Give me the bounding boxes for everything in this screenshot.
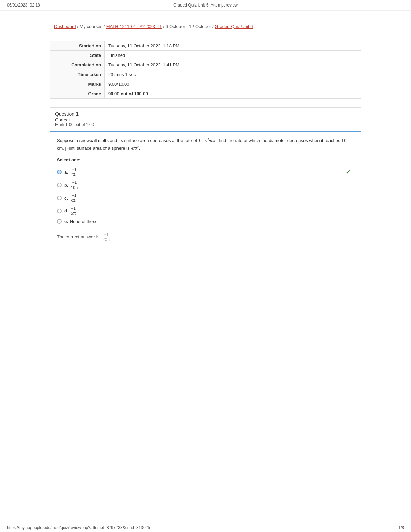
top-bar: 06/01/2023, 02:18 Graded Quiz Unit 6: At… (0, 0, 411, 11)
option-c[interactable]: c. −130π (57, 191, 354, 205)
option-b-key: b. (64, 183, 68, 188)
question-block: Question 1 Correct Mark 1.00 out of 1.00… (50, 107, 361, 248)
footer-url: https://my.uopeople.edu/mod/quiz/reviewp… (7, 525, 150, 530)
options-list: a. −120π ✓ b. −110π c. (57, 166, 354, 225)
option-e-key: e. (64, 219, 68, 224)
page-title: Graded Quiz Unit 6: Attempt review (173, 3, 238, 8)
option-a-radio[interactable] (57, 170, 62, 174)
option-b-value: −110π (70, 180, 79, 190)
started-on-label: Started on (50, 41, 105, 51)
breadcrumb-sep1: / My courses / (76, 24, 106, 29)
correct-answer-fraction: −1 20π (102, 232, 111, 243)
correct-checkmark: ✓ (346, 168, 351, 176)
info-row-completed: Completed on Tuesday, 11 October 2022, 1… (50, 60, 361, 70)
main-content: Dashboard / My courses / MATH 1211-01 - … (43, 11, 368, 265)
option-a-value: −120π (70, 167, 79, 177)
correct-answer-note: The correct answer is: −1 20π (57, 232, 354, 243)
option-c-value: −130π (70, 193, 79, 203)
marks-value: 9.00/10.00 (105, 79, 361, 89)
option-e-value: None of these (70, 219, 98, 224)
datetime-label: 06/01/2023, 02:18 (7, 3, 40, 8)
grade-label: Grade (50, 89, 105, 99)
footer-page: 1/8 (398, 525, 404, 530)
breadcrumb-course[interactable]: MATH 1211-01 - AY2023-T1 (106, 24, 162, 29)
info-row-state: State Finished (50, 51, 361, 60)
started-on-value: Tuesday, 11 October 2022, 1:18 PM (105, 41, 361, 51)
select-one-label: Select one: (57, 157, 354, 162)
option-b[interactable]: b. −110π (57, 178, 354, 191)
rate-formula: 1 cm2/min, (198, 138, 218, 143)
info-table: Started on Tuesday, 11 October 2022, 1:1… (50, 41, 361, 99)
marks-label: Marks (50, 79, 105, 89)
option-e-radio[interactable] (57, 219, 62, 224)
grade-value: 90.00 out of 100.00 (105, 89, 361, 99)
info-row-grade: Grade 90.00 out of 100.00 (50, 89, 361, 99)
info-row-started: Started on Tuesday, 11 October 2022, 1:1… (50, 41, 361, 51)
breadcrumb-sep2: / 6 October - 12 October / (162, 24, 215, 29)
state-value: Finished (105, 51, 361, 60)
option-a[interactable]: a. −120π ✓ (57, 166, 354, 179)
time-taken-value: 23 mins 1 sec (105, 70, 361, 79)
option-b-radio[interactable] (57, 183, 62, 187)
question-number: Question 1 (55, 111, 356, 117)
option-d-radio[interactable] (57, 209, 62, 213)
breadcrumb-quiz[interactable]: Graded Quiz Unit 6 (215, 24, 253, 29)
info-row-time: Time taken 23 mins 1 sec (50, 70, 361, 79)
question-body: Suppose a snowball melts and its surface… (50, 131, 361, 248)
question-header: Question 1 Correct Mark 1.00 out of 1.00 (50, 108, 361, 131)
hint-formula: 4πr2 (131, 146, 139, 151)
info-row-marks: Marks 9.00/10.00 (50, 79, 361, 89)
bottom-bar: https://my.uopeople.edu/mod/quiz/reviewp… (0, 523, 411, 532)
breadcrumb: Dashboard / My courses / MATH 1211-01 - … (50, 21, 257, 32)
option-e[interactable]: e. None of these (57, 218, 354, 225)
completed-on-value: Tuesday, 11 October 2022, 1:41 PM (105, 60, 361, 70)
breadcrumb-dashboard[interactable]: Dashboard (54, 24, 76, 29)
completed-on-label: Completed on (50, 60, 105, 70)
question-status: Correct (55, 117, 356, 122)
question-text: Suppose a snowball melts and its surface… (57, 137, 354, 152)
option-d[interactable]: d. −15π (57, 205, 354, 218)
option-c-radio[interactable] (57, 196, 62, 200)
question-mark: Mark 1.00 out of 1.00 (55, 122, 356, 127)
option-c-key: c. (64, 196, 68, 201)
time-taken-label: Time taken (50, 70, 105, 79)
option-d-value: −15π (70, 206, 77, 216)
state-label: State (50, 51, 105, 60)
option-a-key: a. (64, 170, 68, 175)
option-d-key: d. (64, 208, 68, 213)
